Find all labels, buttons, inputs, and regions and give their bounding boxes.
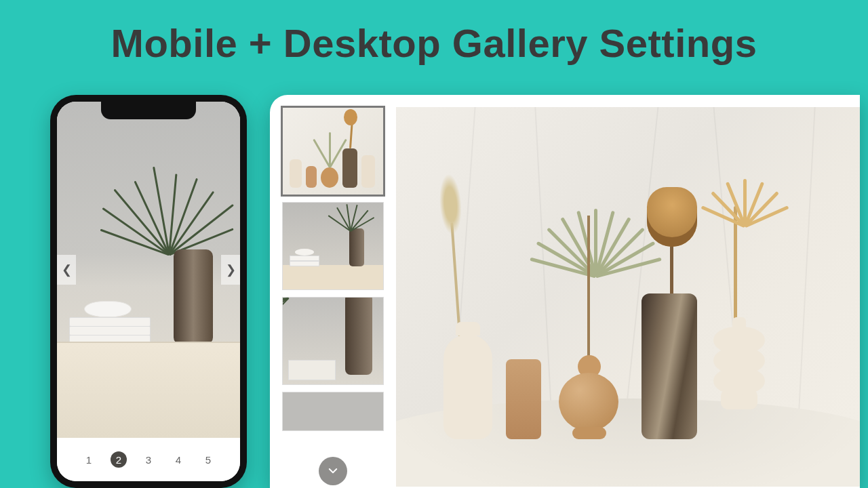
desktop-hero-image[interactable] xyxy=(396,107,860,487)
thumbnails-more-button[interactable] xyxy=(319,457,347,485)
protea-graphic xyxy=(643,195,700,297)
phone-notch xyxy=(101,102,196,119)
palm-leaf-graphic xyxy=(118,146,220,255)
pager-page-4[interactable]: 4 xyxy=(170,451,186,468)
round-vase-graphic xyxy=(553,344,624,439)
dried-fan-graphic xyxy=(707,152,781,226)
chevron-down-icon xyxy=(327,465,339,477)
pager-page-3[interactable]: 3 xyxy=(140,451,157,468)
mobile-next-button[interactable]: ❯ xyxy=(221,255,240,285)
mobile-pager: 1 2 3 4 5 xyxy=(57,438,240,481)
thumbnail-4[interactable] xyxy=(282,392,384,431)
mobile-prev-button[interactable]: ❮ xyxy=(57,255,76,285)
thumbnail-3[interactable] xyxy=(282,297,384,385)
mobile-device-frame: ❮ ❯ 1 2 3 4 5 xyxy=(50,95,247,488)
chevron-right-icon: ❯ xyxy=(226,262,236,277)
mobile-screen: ❮ ❯ 1 2 3 4 5 xyxy=(57,102,240,481)
wavy-vase-graphic xyxy=(713,317,765,439)
table-leg-graphic xyxy=(221,403,237,438)
fan-palm-graphic xyxy=(530,161,659,277)
page-title: Mobile + Desktop Gallery Settings xyxy=(0,20,868,66)
cream-vase-graphic xyxy=(443,334,492,439)
cylinder-vase-graphic xyxy=(506,359,541,439)
thumbnail-2[interactable] xyxy=(282,202,384,290)
mobile-gallery-image[interactable]: ❮ ❯ xyxy=(57,102,240,438)
thumbnail-1[interactable] xyxy=(282,107,384,195)
books-graphic xyxy=(69,318,151,344)
table-leg-graphic xyxy=(64,403,83,438)
pager-page-2[interactable]: 2 xyxy=(111,451,127,468)
chevron-left-icon: ❮ xyxy=(62,262,72,277)
marble-vase-graphic xyxy=(642,293,697,439)
pager-page-1[interactable]: 1 xyxy=(81,451,97,468)
pager-page-5[interactable]: 5 xyxy=(200,451,216,468)
desktop-gallery-card xyxy=(270,95,860,488)
thumbnail-column xyxy=(282,107,384,488)
vase-graphic xyxy=(174,249,213,344)
bowl-graphic xyxy=(84,301,132,317)
